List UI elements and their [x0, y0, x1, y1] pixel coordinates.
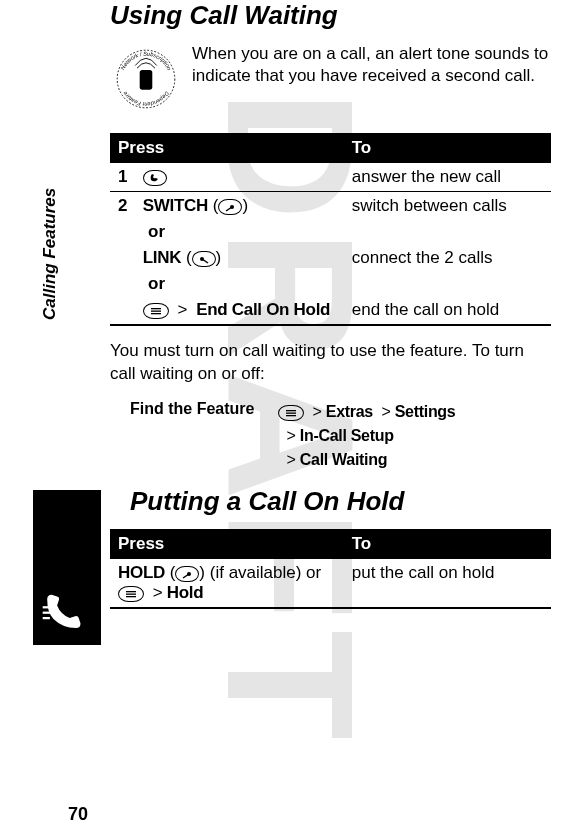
section-title-call-waiting: Using Call Waiting: [110, 0, 551, 31]
send-key-icon: [143, 170, 167, 186]
end-call-on-hold-label: End Call On Hold: [196, 300, 330, 319]
svg-text:Network / Subscription: Network / Subscription: [120, 51, 173, 71]
path-callwaiting: Call Waiting: [300, 451, 387, 468]
svg-text:Dependent  Feature: Dependent Feature: [122, 90, 170, 107]
step-1-number: 1: [118, 167, 138, 187]
menu-key-icon-3: [118, 586, 144, 602]
col-header-to: To: [352, 138, 543, 158]
svg-rect-7: [151, 311, 161, 312]
hold-col-to: To: [352, 534, 543, 554]
path-incall: In-Call Setup: [300, 427, 394, 444]
svg-rect-3: [140, 70, 153, 90]
call-waiting-table: Press To 1 answer the new call 2: [110, 133, 551, 326]
if-available: (if available) or: [210, 563, 322, 582]
end-call-action: end the call on hold: [352, 300, 543, 320]
right-soft-key-icon: [218, 199, 242, 215]
hold-softkey-label: HOLD: [118, 563, 165, 582]
hold-menu-label: Hold: [167, 583, 204, 602]
or-label-2: or: [148, 274, 165, 293]
svg-rect-13: [126, 591, 136, 592]
find-feature-path: Extras Settings In-Call Setup Call Waiti…: [278, 400, 455, 472]
page-number: 70: [68, 804, 88, 825]
link-softkey-label: LINK: [143, 248, 181, 267]
svg-rect-14: [126, 594, 136, 595]
step-2-number: 2: [118, 196, 138, 216]
intro-text: When you are on a call, an alert tone so…: [192, 43, 551, 87]
menu-key-icon-2: [278, 405, 304, 421]
svg-rect-6: [151, 308, 161, 309]
svg-rect-8: [151, 313, 161, 314]
hold-press-cell: HOLD ( ) (if available) or Hold: [118, 563, 352, 603]
body-after-table: You must turn on call waiting to use the…: [110, 340, 551, 386]
or-label-1: or: [148, 222, 165, 241]
svg-rect-11: [286, 415, 296, 416]
left-soft-key-icon: [192, 251, 216, 267]
col-header-press: Press: [118, 138, 352, 158]
link-action: connect the 2 calls: [352, 248, 543, 268]
hold-col-press: Press: [118, 534, 352, 554]
switch-softkey-label: SWITCH: [143, 196, 208, 215]
svg-rect-15: [126, 596, 136, 597]
menu-key-icon: [143, 303, 169, 319]
find-the-feature: Find the Feature Extras Settings In-Call…: [110, 400, 551, 472]
svg-rect-10: [286, 413, 296, 414]
step-1-action: answer the new call: [352, 167, 543, 187]
section-title-hold: Putting a Call On Hold: [130, 486, 551, 517]
find-feature-heading: Find the Feature: [110, 400, 270, 472]
network-dependent-badge: Network / Subscription Dependent Feature: [110, 43, 182, 115]
hold-table: Press To HOLD ( ) (if available) or: [110, 529, 551, 609]
switch-action: switch between calls: [352, 196, 543, 216]
right-soft-key-icon-2: [175, 566, 199, 582]
path-settings: Settings: [395, 403, 456, 420]
hold-action: put the call on hold: [352, 563, 543, 603]
path-extras: Extras: [326, 403, 373, 420]
svg-rect-9: [286, 410, 296, 411]
